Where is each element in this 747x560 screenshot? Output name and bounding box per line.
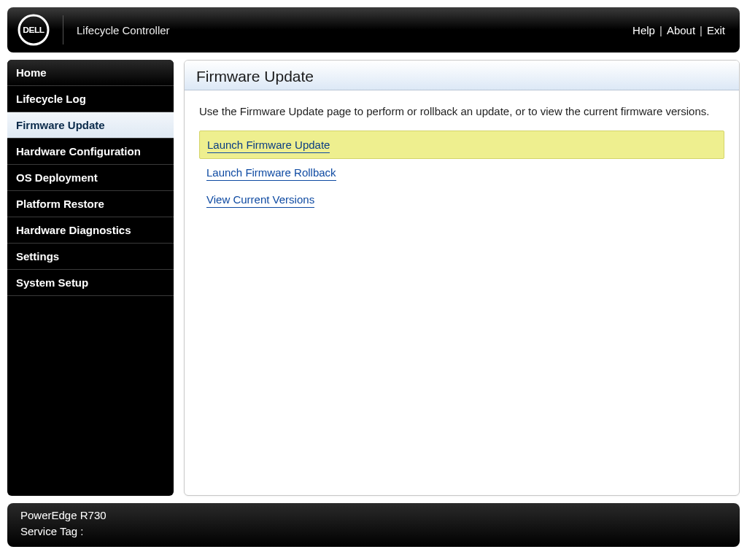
sidebar-item-lifecycle-log[interactable]: Lifecycle Log: [7, 86, 174, 112]
svg-text:DELL: DELL: [23, 26, 44, 34]
action-link-list: Launch Firmware Update Launch Firmware R…: [199, 131, 724, 213]
page-description: Use the Firmware Update page to perform …: [185, 90, 739, 125]
sidebar-item-label: Platform Restore: [16, 198, 104, 210]
header-separator: |: [659, 24, 662, 36]
sidebar-item-hardware-configuration[interactable]: Hardware Configuration: [7, 139, 174, 165]
footer-service-tag: Service Tag :: [20, 525, 727, 541]
sidebar-item-label: Firmware Update: [16, 119, 105, 131]
link-label: View Current Versions: [206, 193, 314, 208]
sidebar: Home Lifecycle Log Firmware Update Hardw…: [7, 60, 174, 496]
sidebar-item-label: Hardware Configuration: [16, 145, 141, 158]
header: DELL Lifecycle Controller Help | About |…: [7, 7, 740, 52]
link-label: Launch Firmware Rollback: [206, 166, 336, 181]
sidebar-item-settings[interactable]: Settings: [7, 244, 174, 270]
sidebar-item-platform-restore[interactable]: Platform Restore: [7, 191, 174, 217]
header-divider: [63, 15, 63, 44]
dell-logo-icon: DELL: [18, 14, 50, 46]
service-tag-label: Service Tag :: [20, 525, 83, 537]
sidebar-item-hardware-diagnostics[interactable]: Hardware Diagnostics: [7, 217, 174, 244]
launch-firmware-rollback-link[interactable]: Launch Firmware Rollback: [199, 159, 724, 186]
sidebar-item-home[interactable]: Home: [7, 60, 174, 86]
sidebar-item-label: Settings: [16, 250, 59, 262]
sidebar-item-label: System Setup: [16, 276, 88, 289]
sidebar-item-label: OS Deployment: [16, 171, 98, 184]
page-title: Firmware Update: [185, 61, 739, 90]
about-link[interactable]: About: [667, 24, 695, 36]
sidebar-item-label: Lifecycle Log: [16, 93, 86, 105]
content-panel: Firmware Update Use the Firmware Update …: [184, 60, 740, 496]
sidebar-item-label: Home: [16, 66, 47, 79]
help-link[interactable]: Help: [632, 24, 655, 36]
header-links: Help | About | Exit: [632, 7, 725, 52]
sidebar-item-label: Hardware Diagnostics: [16, 224, 131, 236]
main: Home Lifecycle Log Firmware Update Hardw…: [7, 60, 740, 496]
app-title: Lifecycle Controller: [77, 24, 170, 36]
footer-model: PowerEdge R730: [20, 509, 727, 525]
exit-link[interactable]: Exit: [707, 24, 725, 36]
sidebar-item-system-setup[interactable]: System Setup: [7, 270, 174, 296]
launch-firmware-update-link[interactable]: Launch Firmware Update: [199, 131, 724, 159]
header-separator: |: [700, 24, 703, 36]
view-current-versions-link[interactable]: View Current Versions: [199, 186, 724, 213]
link-label: Launch Firmware Update: [207, 139, 330, 153]
sidebar-item-os-deployment[interactable]: OS Deployment: [7, 165, 174, 191]
sidebar-item-firmware-update[interactable]: Firmware Update: [7, 112, 174, 139]
footer: PowerEdge R730 Service Tag :: [7, 503, 740, 547]
